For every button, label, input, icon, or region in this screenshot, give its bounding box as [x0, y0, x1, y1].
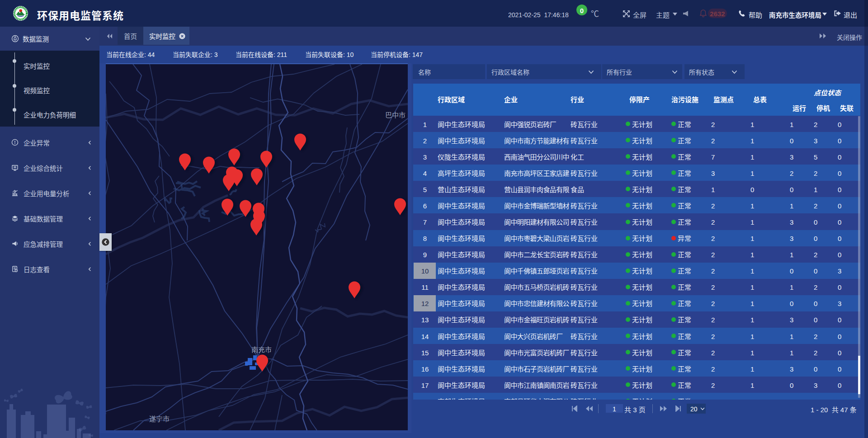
svg-text:巴中市: 巴中市	[385, 110, 406, 119]
svg-text:南充市: 南充市	[251, 344, 272, 354]
svg-text:遂宁市: 遂宁市	[149, 414, 170, 423]
